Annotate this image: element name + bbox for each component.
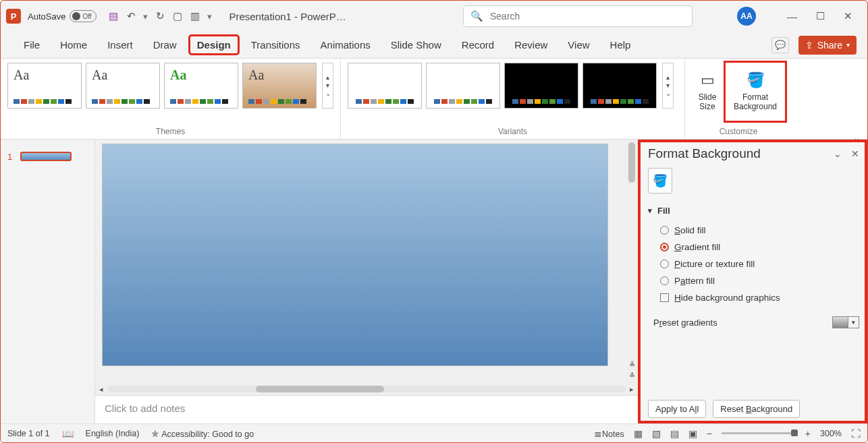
- scrollbar-thumb[interactable]: [628, 142, 635, 183]
- tab-insert[interactable]: Insert: [99, 35, 141, 55]
- slide-thumbnail-1[interactable]: [20, 152, 72, 161]
- horizontal-scrollbar[interactable]: ◂ ▸: [95, 383, 638, 395]
- vertical-scrollbar[interactable]: ≜≛: [626, 140, 638, 383]
- slideshow-view-icon[interactable]: ▣: [688, 428, 697, 439]
- fill-tab-icon[interactable]: 🪣: [648, 168, 672, 194]
- tab-slideshow[interactable]: Slide Show: [383, 35, 450, 55]
- variant-thumb-2[interactable]: [426, 63, 500, 109]
- quick-access-toolbar: ▤ ↶ ▾ ↻ ▢ ▥ ▾: [107, 10, 213, 22]
- slide-thumbnail-pane[interactable]: 1: [1, 140, 95, 423]
- normal-view-icon[interactable]: ▦: [634, 428, 643, 439]
- tab-review[interactable]: Review: [506, 35, 555, 55]
- autosave-label: AutoSave: [28, 11, 65, 22]
- undo-icon[interactable]: ↶: [125, 10, 137, 22]
- reading-view-icon[interactable]: ▤: [670, 428, 679, 439]
- taskpane-close-icon[interactable]: ✕: [851, 148, 859, 159]
- sorter-view-icon[interactable]: ▧: [652, 428, 661, 439]
- theme-gallery[interactable]: Aa Aa Aa Aa ▴▾⌄: [7, 63, 333, 109]
- powerpoint-logo-icon: P: [6, 9, 21, 24]
- themes-more-button[interactable]: ▴▾⌄: [322, 63, 333, 109]
- tab-home[interactable]: Home: [52, 35, 95, 55]
- autosave-control[interactable]: AutoSave Off: [28, 10, 97, 22]
- comments-icon[interactable]: 💬: [771, 37, 789, 53]
- language-indicator[interactable]: English (India): [86, 429, 140, 438]
- preset-dropdown-icon[interactable]: ▾: [848, 316, 859, 328]
- hide-graphics-label: ide background graphics: [681, 293, 780, 303]
- maximize-icon[interactable]: ☐: [816, 10, 825, 22]
- fit-to-window-icon[interactable]: ⛶: [851, 428, 861, 439]
- qat-more-icon[interactable]: ▾: [207, 11, 213, 22]
- notes-pane[interactable]: Click to add notes: [95, 395, 638, 423]
- user-avatar[interactable]: AA: [737, 7, 756, 26]
- zoom-out-icon[interactable]: −: [707, 428, 712, 439]
- save-icon[interactable]: ▤: [107, 10, 119, 22]
- autosave-toggle[interactable]: Off: [70, 10, 97, 22]
- slide-size-label: Slide Size: [699, 92, 717, 112]
- taskpane-options-icon[interactable]: ⌄: [834, 148, 842, 159]
- gradient-fill-option[interactable]: Gradient fill: [660, 242, 859, 252]
- notes-icon[interactable]: ≣: [594, 428, 602, 439]
- chevron-down-icon[interactable]: ▾: [846, 41, 850, 49]
- slide-canvas[interactable]: [102, 144, 608, 366]
- solid-fill-label: olid fill: [680, 225, 706, 235]
- tab-record[interactable]: Record: [454, 35, 502, 55]
- scrollbar-thumb[interactable]: [256, 386, 384, 392]
- taskpane-title: Format Background ⌄✕: [648, 146, 859, 161]
- ribbon: Aa Aa Aa Aa ▴▾⌄ Themes ▴▾⌄ Variants ▭Sli…: [1, 59, 867, 140]
- variants-more-button[interactable]: ▴▾⌄: [662, 63, 674, 109]
- tab-transitions[interactable]: Transitions: [243, 35, 308, 55]
- ribbon-tabs: File Home Insert Draw Design Transitions…: [1, 32, 867, 59]
- tab-animations[interactable]: Animations: [313, 35, 379, 55]
- color-swatches: [170, 99, 232, 104]
- tab-help[interactable]: Help: [602, 35, 639, 55]
- accessibility-icon[interactable]: ✯: [151, 428, 159, 439]
- scroll-left-icon[interactable]: ◂: [95, 385, 107, 394]
- variant-gallery[interactable]: ▴▾⌄: [348, 63, 678, 109]
- close-icon[interactable]: ✕: [844, 10, 852, 22]
- theme-thumb-4[interactable]: Aa: [242, 63, 317, 109]
- spellcheck-icon[interactable]: 📖: [62, 428, 74, 439]
- search-box[interactable]: 🔍: [463, 5, 693, 27]
- slide-number: 1: [7, 152, 12, 162]
- prev-slide-icon[interactable]: ≜: [629, 361, 635, 370]
- themes-group: Aa Aa Aa Aa ▴▾⌄ Themes: [1, 59, 341, 139]
- notes-button[interactable]: Notes: [602, 430, 624, 439]
- variant-thumb-1[interactable]: [348, 63, 422, 109]
- reset-background-button[interactable]: Reset Background: [713, 400, 800, 418]
- gradient-fill-label: radient fill: [682, 242, 721, 252]
- picture-fill-option[interactable]: Picture or texture fill: [660, 259, 859, 269]
- variant-thumb-4[interactable]: [582, 63, 657, 109]
- slide-indicator[interactable]: Slide 1 of 1: [7, 429, 50, 438]
- next-slide-icon[interactable]: ≛: [629, 372, 635, 380]
- variant-thumb-3[interactable]: [504, 63, 578, 109]
- search-input[interactable]: [490, 11, 685, 22]
- tab-view[interactable]: View: [560, 35, 597, 55]
- tab-design[interactable]: Design: [189, 35, 239, 55]
- slide-size-button[interactable]: ▭Slide Size: [692, 63, 723, 121]
- redo-icon[interactable]: ↻: [154, 10, 166, 22]
- preset-swatch[interactable]: [832, 316, 848, 328]
- tab-draw[interactable]: Draw: [145, 35, 185, 55]
- pattern-fill-option[interactable]: Pattern fill: [660, 276, 859, 286]
- theme-thumb-1[interactable]: Aa: [7, 63, 82, 109]
- preset-gradients-label: eset gradients: [662, 318, 717, 328]
- zoom-level[interactable]: 300%: [820, 429, 842, 438]
- undo-dropdown-icon[interactable]: ▾: [142, 11, 148, 22]
- minimize-icon[interactable]: —: [787, 11, 797, 22]
- theme-thumb-3[interactable]: Aa: [164, 63, 238, 109]
- scroll-right-icon[interactable]: ▸: [626, 385, 638, 394]
- solid-fill-option[interactable]: Solid fill: [660, 225, 859, 235]
- hide-graphics-option[interactable]: Hide background graphics: [660, 293, 859, 303]
- slideshow-from-start-icon[interactable]: ▢: [171, 10, 184, 22]
- zoom-slider[interactable]: [722, 432, 796, 434]
- apply-to-all-button[interactable]: Apply to All: [648, 400, 706, 418]
- share-button[interactable]: ⇪Share▾: [798, 36, 857, 55]
- format-background-button[interactable]: 🪣Format Background: [726, 63, 785, 121]
- zoom-in-icon[interactable]: +: [805, 428, 811, 439]
- window-layout-icon[interactable]: ▥: [189, 10, 201, 22]
- customize-group: ▭Slide Size 🪣Format Background Customize: [685, 59, 792, 139]
- accessibility-status[interactable]: Accessibility: Good to go: [161, 430, 254, 439]
- tab-file[interactable]: File: [16, 35, 48, 55]
- theme-thumb-2[interactable]: Aa: [86, 63, 160, 109]
- fill-header[interactable]: ▾Fill: [648, 206, 859, 216]
